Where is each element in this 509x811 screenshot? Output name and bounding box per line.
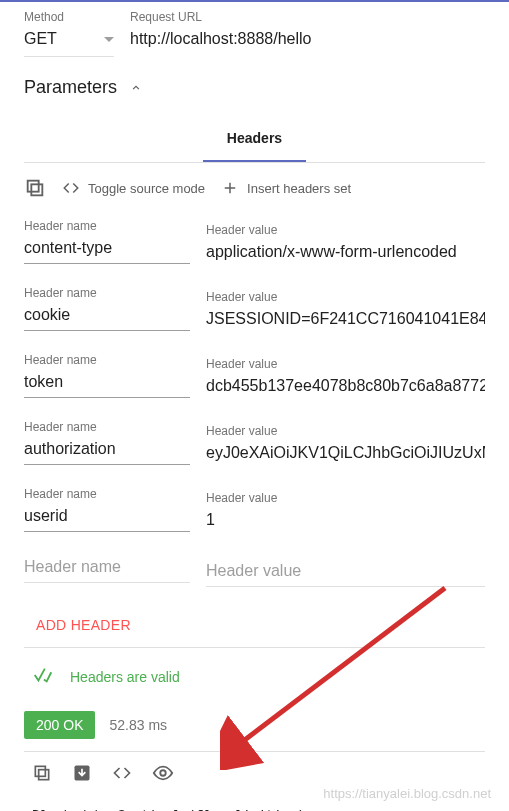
header-row: Header name content-type Header value ap… [0, 213, 509, 280]
response-body: Blocked by Sentinel (flow limiting) [0, 796, 509, 811]
response-time: 52.83 ms [109, 717, 167, 733]
header-row: Header name userid Header value 1 [0, 481, 509, 548]
header-value-label: Header value [206, 491, 485, 505]
header-name-label: Header name [24, 353, 190, 367]
header-value-field[interactable]: Header value dcb455b137ee4078b8c80b7c6a8… [206, 353, 485, 406]
header-name-label: Header name [24, 420, 190, 434]
method-field: Method GET [24, 10, 114, 57]
code-view-button[interactable] [112, 763, 132, 783]
insert-headers-button[interactable]: Insert headers set [221, 179, 351, 197]
svg-rect-2 [39, 770, 49, 780]
download-response-button[interactable] [72, 763, 92, 783]
header-name-field[interactable]: Header name authorization [24, 420, 190, 473]
header-value-input[interactable]: eyJ0eXAiOiJKV1QiLCJhbGciOiJIUzUxMiJ9. [206, 440, 485, 469]
headers-valid-row: Headers are valid [0, 648, 509, 705]
header-name-field[interactable]: Header name content-type [24, 219, 190, 272]
method-value: GET [24, 26, 57, 52]
plus-icon [221, 179, 239, 197]
url-input[interactable]: http://localhost:8888/hello [130, 26, 485, 53]
parameters-section-toggle[interactable]: Parameters [0, 57, 509, 108]
copy-response-button[interactable] [32, 763, 52, 783]
header-name-field[interactable]: Header name cookie [24, 286, 190, 339]
check-icon [32, 664, 54, 689]
method-select[interactable]: GET [24, 26, 114, 57]
insert-headers-label: Insert headers set [247, 181, 351, 196]
header-name-field[interactable]: Header name token [24, 353, 190, 406]
header-value-input[interactable]: application/x-www-form-urlencoded [206, 239, 485, 268]
svg-rect-1 [28, 181, 39, 192]
header-value-field[interactable]: Header value 1 [206, 487, 485, 540]
tab-headers[interactable]: Headers [203, 116, 306, 162]
toggle-source-button[interactable]: Toggle source mode [62, 179, 205, 197]
code-icon [62, 179, 80, 197]
svg-rect-3 [35, 766, 45, 776]
parameters-title: Parameters [24, 77, 117, 98]
header-value-label: Header value [206, 357, 485, 371]
header-value-placeholder: Header value [206, 558, 485, 587]
header-value-input-empty[interactable]: Header value [206, 554, 485, 591]
chevron-up-icon [129, 81, 143, 95]
header-name-label: Header name [24, 219, 190, 233]
toggle-source-label: Toggle source mode [88, 181, 205, 196]
header-row: Header name token Header value dcb455b13… [0, 347, 509, 414]
header-name-field[interactable]: Header name userid [24, 487, 190, 540]
header-name-input[interactable]: userid [24, 503, 190, 532]
header-value-field[interactable]: Header value JSESSIONID=6F241CC716041041… [206, 286, 485, 339]
header-value-label: Header value [206, 290, 485, 304]
header-value-field[interactable]: Header value eyJ0eXAiOiJKV1QiLCJhbGciOiJ… [206, 420, 485, 473]
header-value-label: Header value [206, 424, 485, 438]
preview-button[interactable] [152, 762, 174, 784]
url-field: Request URL http://localhost:8888/hello [130, 10, 485, 57]
header-name-label: Header name [24, 286, 190, 300]
header-name-input[interactable]: authorization [24, 436, 190, 465]
header-row: Header name cookie Header value JSESSION… [0, 280, 509, 347]
header-name-input-empty[interactable]: Header name [24, 554, 190, 591]
header-row: Header name authorization Header value e… [0, 414, 509, 481]
header-value-input[interactable]: JSESSIONID=6F241CC716041041E84B0520 [206, 306, 485, 335]
header-name-label: Header name [24, 487, 190, 501]
header-value-input[interactable]: 1 [206, 507, 485, 536]
header-name-placeholder: Header name [24, 554, 190, 583]
chevron-down-icon [104, 37, 114, 42]
status-badge: 200 OK [24, 711, 95, 739]
add-header-button[interactable]: ADD HEADER [0, 599, 509, 647]
copy-button[interactable] [24, 177, 46, 199]
svg-rect-0 [31, 184, 42, 195]
header-value-field[interactable]: Header value application/x-www-form-urle… [206, 219, 485, 272]
header-name-input[interactable]: cookie [24, 302, 190, 331]
headers-valid-label: Headers are valid [70, 669, 180, 685]
method-label: Method [24, 10, 114, 24]
svg-point-5 [160, 770, 166, 776]
header-name-input[interactable]: token [24, 369, 190, 398]
header-value-label: Header value [206, 223, 485, 237]
header-name-input[interactable]: content-type [24, 235, 190, 264]
url-label: Request URL [130, 10, 485, 24]
header-value-input[interactable]: dcb455b137ee4078b8c80b7c6a8a8772 [206, 373, 485, 402]
